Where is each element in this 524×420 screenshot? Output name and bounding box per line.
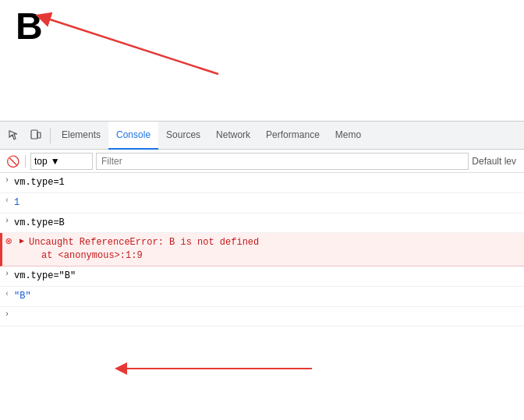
console-row[interactable]: ‹ 1 (0, 193, 524, 214)
console-log-text: vm.type=1 (14, 175, 519, 191)
console-row[interactable]: › vm.type="B" (0, 266, 524, 287)
console-log-text: vm.type="B" (14, 268, 519, 284)
devtools-panel: Elements Console Sources Network Perform… (0, 121, 524, 420)
row-chevron: › (0, 268, 14, 278)
tab-memo[interactable]: Memo (328, 122, 369, 150)
tab-performance[interactable]: Performance (258, 122, 328, 150)
input-prompt: › (0, 309, 14, 319)
row-chevron: ‹ (0, 195, 14, 205)
tab-bar: Elements Console Sources Network Perform… (0, 122, 524, 150)
console-row[interactable]: ‹ "B" (0, 287, 524, 307)
device-icon[interactable] (25, 125, 47, 146)
tab-divider (50, 128, 51, 143)
row-chevron: › (0, 215, 14, 225)
error-message: Uncaught ReferenceError: B is not define… (29, 236, 519, 249)
tab-network[interactable]: Network (208, 122, 258, 150)
error-row[interactable]: ⊗ ▶ Uncaught ReferenceError: B is not de… (0, 233, 524, 266)
inspect-icon[interactable] (3, 125, 25, 146)
expand-chevron: ▶ (15, 235, 29, 245)
row-chevron: ‹ (0, 288, 14, 298)
error-content: Uncaught ReferenceError: B is not define… (29, 235, 519, 264)
error-location: at <anonymous>:1:9 (29, 249, 519, 263)
console-log-text: vm.type=B (14, 215, 519, 231)
console-toolbar: 🚫 top ▼ Default lev (0, 150, 524, 173)
tab-console[interactable]: Console (108, 122, 158, 150)
console-row[interactable]: › vm.type=B (0, 214, 524, 234)
default-level-label: Default lev (472, 156, 519, 167)
svg-rect-2 (31, 130, 37, 139)
dropdown-arrow-icon: ▼ (51, 156, 60, 167)
tab-elements[interactable]: Elements (54, 122, 108, 150)
big-b-label: B (16, 8, 43, 45)
row-chevron: › (0, 175, 14, 185)
console-row[interactable]: › vm.type=1 (0, 173, 524, 193)
toolbar-separator (25, 155, 26, 168)
clear-console-button[interactable]: 🚫 (5, 154, 20, 169)
console-return-value: "B" (14, 288, 519, 305)
console-cursor[interactable] (14, 309, 519, 325)
top-area: B (0, 0, 524, 121)
console-input-row[interactable]: › (0, 307, 524, 327)
tab-sources[interactable]: Sources (158, 122, 208, 150)
console-return-value: 1 (14, 195, 519, 211)
svg-line-1 (43, 17, 218, 74)
filter-input[interactable] (96, 153, 469, 170)
red-arrow-top (0, 0, 524, 121)
console-output: › vm.type=1 ‹ 1 › vm.type=B ⊗ ▶ Uncaught… (0, 173, 524, 420)
svg-rect-3 (37, 132, 41, 138)
error-icon: ⊗ (2, 235, 15, 248)
context-value: top (34, 156, 48, 167)
context-selector[interactable]: top ▼ (30, 153, 93, 170)
